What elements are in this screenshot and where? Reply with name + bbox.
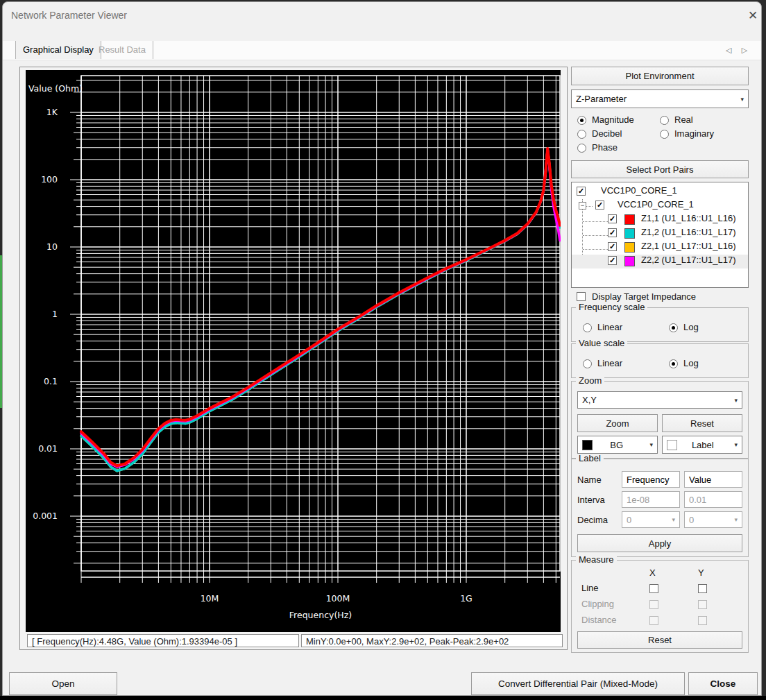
frequency-linear-label: Linear xyxy=(597,322,622,332)
interval-row-label: Interva xyxy=(577,495,605,505)
bg-color-label: BG xyxy=(610,440,623,450)
select-port-pairs-button[interactable]: Select Port Pairs xyxy=(571,160,749,178)
radio-decibel[interactable] xyxy=(577,130,586,139)
chevron-down-icon: ▾ xyxy=(649,441,653,448)
plot-environment-button[interactable]: Plot Environment xyxy=(571,67,749,85)
svg-text:10M: 10M xyxy=(201,593,219,604)
measure-clipping-y-checkbox[interactable] xyxy=(698,600,707,609)
tab-bar: Graphical Display Result Data ◁ ▷ xyxy=(3,41,761,60)
decimal-value-select[interactable]: 0 ▾ xyxy=(684,511,742,528)
tree-group-row[interactable]: − VCC1P0_CORE_1 xyxy=(572,199,748,213)
radio-phase[interactable] xyxy=(577,144,586,153)
svg-text:1G: 1G xyxy=(460,593,473,604)
frequency-linear-radio[interactable] xyxy=(583,323,592,332)
radio-decibel-label: Decibel xyxy=(592,128,622,139)
svg-text:Frequency(Hz): Frequency(Hz) xyxy=(289,610,352,620)
tree-item-z12[interactable]: Z1,2 (U1_L16::U1_L17) xyxy=(572,227,748,241)
open-button[interactable]: Open xyxy=(9,672,117,695)
tree-item-label: Z2,2 (U1_L17::U1_L17) xyxy=(641,255,736,265)
minmax-readout: MinY:0.0e+00, MaxY:2.9e+02, Peak-Peak:2.… xyxy=(301,634,563,647)
name-row-label: Name xyxy=(577,475,602,485)
convert-differential-pair-button[interactable]: Convert Differential Pair (Mixed-Mode) xyxy=(471,672,685,695)
label-color-swatch xyxy=(667,440,677,450)
tree-item-checkbox[interactable] xyxy=(608,214,617,223)
cursor-readout: [ Frequency(Hz):4.48G, Value (Ohm):1.933… xyxy=(27,634,299,647)
measure-reset-button[interactable]: Reset xyxy=(577,631,742,649)
label-legend: Label xyxy=(576,454,604,463)
impedance-chart[interactable]: Value (Ohm)1K1001010.10.010.00110M100M1G… xyxy=(26,70,561,632)
measure-distance-label: Distance xyxy=(581,615,617,625)
frequency-scale-legend: Frequency scale xyxy=(576,302,647,312)
tree-root-row[interactable]: VCC1P0_CORE_1 xyxy=(572,185,748,199)
svg-text:0.01: 0.01 xyxy=(38,443,58,454)
radio-real-label: Real xyxy=(674,114,693,125)
interval-frequency-input[interactable]: 1e-08 xyxy=(622,491,680,508)
radio-imaginary-label: Imaginary xyxy=(674,128,714,139)
zoom-reset-button[interactable]: Reset xyxy=(662,414,742,432)
tab-result-data[interactable]: Result Data xyxy=(92,41,153,59)
tree-group-checkbox[interactable] xyxy=(595,200,604,210)
tab-graphical-display[interactable]: Graphical Display xyxy=(15,41,101,59)
label-color-select[interactable]: Label ▾ xyxy=(662,436,742,454)
measure-line-y-checkbox[interactable] xyxy=(698,584,707,593)
radio-magnitude-label: Magnitude xyxy=(592,114,634,125)
decimal-frequency-value: 0 xyxy=(627,515,631,525)
tree-item-checkbox[interactable] xyxy=(608,256,617,265)
interval-value-input[interactable]: 0.01 xyxy=(684,491,742,508)
measure-clipping-x-checkbox[interactable] xyxy=(649,600,658,609)
measure-distance-x-checkbox[interactable] xyxy=(649,616,658,625)
radio-imaginary[interactable] xyxy=(660,130,669,139)
svg-text:0.1: 0.1 xyxy=(44,376,58,386)
tree-item-checkbox[interactable] xyxy=(608,228,617,237)
measure-distance-y-checkbox[interactable] xyxy=(698,616,707,625)
bg-color-select[interactable]: BG ▾ xyxy=(577,436,658,454)
decimal-frequency-select[interactable]: 0 ▾ xyxy=(622,511,680,528)
apply-button[interactable]: Apply xyxy=(577,534,742,552)
frequency-log-radio[interactable] xyxy=(669,323,678,332)
zoom-legend: Zoom xyxy=(576,376,604,386)
tree-item-z21[interactable]: Z2,1 (U1_L17::U1_L16) xyxy=(572,241,748,255)
parameter-select-value: Z-Parameter xyxy=(576,94,627,104)
title-bar[interactable]: Network Parameter Viewer ✕ xyxy=(3,2,761,30)
label-group: Label Name Frequency Value Interva 1e-08… xyxy=(571,459,749,557)
svg-text:100: 100 xyxy=(41,174,58,185)
name-value-box: Value xyxy=(684,471,742,488)
plot-panel: Value (Ohm)1K1001010.10.010.00110M100M1G… xyxy=(19,67,568,650)
decimal-row-label: Decima xyxy=(577,515,608,525)
collapse-icon[interactable]: − xyxy=(579,202,586,210)
tree-item-checkbox[interactable] xyxy=(608,242,617,251)
tree-item-label: Z1,1 (U1_L16::U1_L16) xyxy=(641,213,736,223)
tab-scroll-right-icon[interactable]: ▷ xyxy=(738,44,751,56)
tab-scroll-left-icon[interactable]: ◁ xyxy=(722,44,735,56)
series-color-swatch xyxy=(624,242,635,253)
radio-magnitude[interactable] xyxy=(577,116,586,125)
parameter-select[interactable]: Z-Parameter ▾ xyxy=(571,89,749,108)
chevron-down-icon: ▾ xyxy=(734,516,738,523)
tree-root-checkbox[interactable] xyxy=(577,187,586,196)
tree-root-label: VCC1P0_CORE_1 xyxy=(601,185,677,196)
frequency-log-label: Log xyxy=(683,322,699,332)
screen-bottom-strip xyxy=(0,696,766,700)
value-scale-group: Value scale Linear Log xyxy=(571,343,749,378)
tree-item-label: Z1,2 (U1_L16::U1_L17) xyxy=(641,227,736,237)
value-log-radio[interactable] xyxy=(669,359,678,368)
zoom-group: Zoom X,Y ▾ Zoom Reset BG ▾ Label ▾ xyxy=(571,381,749,459)
measure-line-x-checkbox[interactable] xyxy=(649,584,658,593)
zoom-button[interactable]: Zoom xyxy=(577,414,658,432)
value-linear-radio[interactable] xyxy=(583,359,592,368)
plot-area[interactable]: Value (Ohm)1K1001010.10.010.00110M100M1G… xyxy=(26,70,561,632)
close-icon[interactable]: ✕ xyxy=(742,6,763,26)
chevron-down-icon: ▾ xyxy=(734,441,738,448)
zoom-mode-select[interactable]: X,Y ▾ xyxy=(577,391,742,409)
display-target-impedance-checkbox[interactable] xyxy=(577,292,586,301)
close-button[interactable]: Close xyxy=(688,672,758,695)
tree-item-z22[interactable]: Z2,2 (U1_L17::U1_L17) xyxy=(572,255,748,268)
window-title: Network Parameter Viewer xyxy=(11,10,127,21)
radio-phase-label: Phase xyxy=(592,142,618,153)
measure-line-label: Line xyxy=(581,583,599,593)
zoom-mode-value: X,Y xyxy=(582,395,597,405)
tree-item-z11[interactable]: Z1,1 (U1_L16::U1_L16) xyxy=(572,213,748,227)
radio-real[interactable] xyxy=(660,116,669,125)
tree-item-label: Z2,1 (U1_L17::U1_L16) xyxy=(641,241,736,251)
svg-text:100M: 100M xyxy=(326,593,350,604)
